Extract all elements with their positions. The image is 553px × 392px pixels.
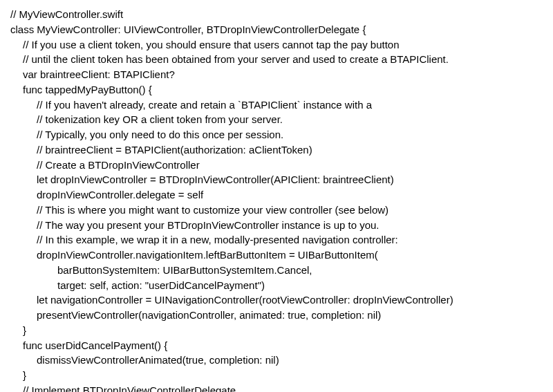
- code-line: barButtonSystemItem: UIBarButtonSystemIt…: [57, 263, 543, 278]
- code-line: }: [23, 368, 543, 383]
- code-line: // If you use a client token, you should…: [23, 37, 543, 53]
- code-line: // MyViewController.swift: [10, 7, 543, 22]
- code-line: class MyViewController: UIViewController…: [10, 22, 543, 37]
- code-line: // This is where you might want to custo…: [37, 203, 543, 218]
- code-line: let dropInViewController = BTDropInViewC…: [37, 172, 543, 187]
- code-line: var braintreeClient: BTAPIClient?: [23, 67, 543, 82]
- code-line: // braintreeClient = BTAPIClient(authori…: [37, 142, 543, 158]
- code-line: // Typically, you only need to do this o…: [37, 127, 543, 142]
- code-line: let navigationController = UINavigationC…: [37, 292, 543, 308]
- code-line: // tokenization key OR a client token fr…: [37, 112, 543, 127]
- code-line: }: [23, 323, 543, 338]
- code-line: // Create a BTDropInViewController: [37, 158, 543, 173]
- code-line: // Implement BTDropInViewControllerDeleg…: [23, 383, 543, 392]
- code-line: // until the client token has been obtai…: [23, 52, 543, 67]
- code-line: func userDidCancelPayment() {: [23, 338, 543, 353]
- code-line: dismissViewControllerAnimated(true, comp…: [37, 353, 543, 368]
- code-line: presentViewController(navigationControll…: [37, 308, 543, 323]
- code-line: dropInViewController.navigationItem.left…: [37, 248, 543, 263]
- code-line: // In this example, we wrap it in a new,…: [37, 232, 543, 248]
- code-line: func tappedMyPayButton() {: [23, 82, 543, 97]
- code-line: target: self, action: "userDidCancelPaym…: [57, 278, 543, 293]
- code-line: dropInViewController.delegate = self: [37, 187, 543, 203]
- code-line: // The way you present your BTDropInView…: [37, 218, 543, 233]
- code-line: // If you haven't already, create and re…: [37, 97, 543, 113]
